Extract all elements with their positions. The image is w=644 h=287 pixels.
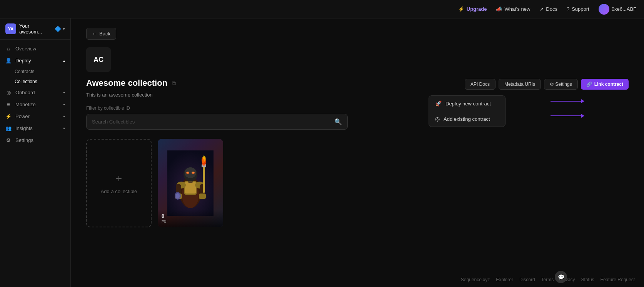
chevron-down-icon-monetize: ▾ xyxy=(63,102,65,107)
sidebar-item-contracts[interactable]: Contracts xyxy=(0,67,70,77)
chevron-down-icon[interactable]: ▾ xyxy=(63,26,65,32)
add-collectible-label: Add a collectible xyxy=(101,189,137,194)
footer-status-link[interactable]: Status xyxy=(581,277,594,282)
avatar xyxy=(599,4,609,15)
gear-icon: ⚙ xyxy=(550,82,554,87)
collection-title-row: Awesome collection ⧉ xyxy=(86,78,176,88)
insights-label: Insights xyxy=(15,125,33,131)
svg-point-25 xyxy=(176,193,180,199)
chevron-down-icon-power: ▾ xyxy=(63,114,65,118)
arrow-annotation-2 xyxy=(551,114,584,118)
onboard-icon: ◎ xyxy=(5,90,12,95)
add-existing-contract-label: Add existing contract xyxy=(444,116,490,122)
footer-sequence-link[interactable]: Sequence.xyz xyxy=(461,277,490,282)
workspace-header[interactable]: YA Your awesom... 🔷 ▾ xyxy=(0,18,70,40)
deploy-icon: 👤 xyxy=(5,58,12,63)
sidebar-item-deploy[interactable]: 👤 Deploy ▴ xyxy=(0,55,70,67)
svg-rect-18 xyxy=(203,166,205,193)
footer-explorer-link[interactable]: Explorer xyxy=(496,277,513,282)
support-button[interactable]: ? Support xyxy=(567,6,589,12)
docs-arrow-icon: ↗ xyxy=(539,6,544,12)
collectible-hash: #0 xyxy=(162,219,219,224)
collection-title: Awesome collection xyxy=(86,78,167,88)
footer-terms-link[interactable]: Terms xyxy=(541,277,554,282)
svg-rect-17 xyxy=(199,194,206,199)
settings-button[interactable]: ⚙ Settings xyxy=(544,79,578,90)
sidebar-item-collections[interactable]: Collections xyxy=(0,77,70,87)
workspace-name: Your awesom... xyxy=(19,23,52,35)
metadata-uris-button[interactable]: Metadata URIs xyxy=(499,79,541,90)
add-existing-contract-item[interactable]: ◎ Add existing contract xyxy=(429,111,505,127)
collection-icon: AC xyxy=(86,47,111,72)
workspace-initials: YA xyxy=(8,27,13,31)
workspace-avatar: YA xyxy=(5,23,16,34)
collections-label: Collections xyxy=(15,79,37,84)
power-icon: ⚡ xyxy=(5,113,12,119)
lightning-icon: ⚡ xyxy=(458,6,464,12)
add-collectible-card[interactable]: + Add a collectible xyxy=(86,139,152,227)
footer-feature-request-link[interactable]: Feature Request xyxy=(601,277,635,282)
docs-label: Docs xyxy=(546,6,557,12)
svg-rect-4 xyxy=(185,182,196,194)
footer-discord-link[interactable]: Discord xyxy=(519,277,535,282)
link-contract-button[interactable]: 🔗 Link contract xyxy=(581,79,629,90)
overview-label: Overview xyxy=(15,46,36,52)
sidebar: YA Your awesom... 🔷 ▾ ⌂ Overview 👤 Deplo… xyxy=(0,18,71,287)
settings-icon: ⚙ xyxy=(5,137,12,143)
wallet-address-button[interactable]: 0xe6...ABF xyxy=(599,4,636,15)
sidebar-item-settings[interactable]: ⚙ Settings xyxy=(0,134,70,146)
chat-bubble[interactable]: 💬 xyxy=(555,271,567,283)
collectible-card[interactable]: 0 #0 xyxy=(158,139,223,227)
dropdown-menu: 🚀 Deploy new contract ◎ Add existing con… xyxy=(429,95,506,127)
search-input[interactable] xyxy=(92,119,334,125)
whats-new-button[interactable]: 📣 What's new xyxy=(496,6,530,12)
collectibles-grid: + Add a collectible xyxy=(86,139,629,227)
copy-icon[interactable]: ⧉ xyxy=(172,80,176,87)
collectible-id: 0 xyxy=(162,213,219,219)
top-header: ⚡ Upgrade 📣 What's new ↗ Docs ? Support … xyxy=(0,0,644,18)
svg-point-10 xyxy=(187,172,189,174)
upgrade-label: Upgrade xyxy=(467,6,487,12)
collection-actions: API Docs Metadata URIs ⚙ Settings 🔗 Link… xyxy=(465,79,629,90)
back-arrow-icon: ← xyxy=(92,31,97,37)
search-icon: 🔍 xyxy=(334,118,342,125)
collection-header-row: Awesome collection ⧉ API Docs Metadata U… xyxy=(86,78,629,90)
sidebar-item-overview[interactable]: ⌂ Overview xyxy=(0,43,70,55)
sidebar-item-insights[interactable]: 👥 Insights ▾ xyxy=(0,122,70,134)
search-box: 🔍 xyxy=(86,114,348,130)
upgrade-button[interactable]: ⚡ Upgrade xyxy=(458,6,487,12)
chevron-down-icon-insights: ▾ xyxy=(63,126,65,130)
chevron-down-icon-onboard: ▾ xyxy=(63,90,65,95)
sidebar-item-power[interactable]: ⚡ Power ▾ xyxy=(0,110,70,122)
home-icon: ⌂ xyxy=(5,46,12,52)
back-button[interactable]: ← Back xyxy=(86,28,116,40)
onboard-label: Onboard xyxy=(15,90,35,95)
back-label: Back xyxy=(99,31,110,37)
deploy-new-contract-item[interactable]: 🚀 Deploy new contract xyxy=(429,96,505,111)
filter-label: Filter by collectible ID xyxy=(86,105,629,111)
nav-section: ⌂ Overview 👤 Deploy ▴ Contracts Collecti… xyxy=(0,40,70,149)
link-contract-label: Link contract xyxy=(594,82,623,87)
wallet-address: 0xe6...ABF xyxy=(612,6,636,12)
arrow-annotation-1 xyxy=(551,99,584,103)
settings-label: Settings xyxy=(15,137,33,143)
workspace-icons: 🔷 ▾ xyxy=(55,26,65,32)
ring-icon: ◎ xyxy=(435,116,440,122)
sidebar-item-monetize[interactable]: ≡ Monetize ▾ xyxy=(0,98,70,110)
chevron-up-icon: ▴ xyxy=(63,58,65,63)
badge-icon: 🔷 xyxy=(55,26,61,32)
sidebar-item-onboard[interactable]: ◎ Onboard ▾ xyxy=(0,87,70,98)
whats-new-label: What's new xyxy=(504,6,530,12)
docs-button[interactable]: ↗ Docs xyxy=(539,6,557,12)
monetize-label: Monetize xyxy=(15,102,36,107)
contracts-label: Contracts xyxy=(15,69,34,74)
api-docs-button[interactable]: API Docs xyxy=(465,79,496,90)
collection-description: This is an awesome collection xyxy=(86,92,629,98)
collectible-overlay: 0 #0 xyxy=(158,209,223,227)
svg-point-23 xyxy=(203,155,205,159)
plus-icon: + xyxy=(116,172,122,185)
rocket-icon: 🚀 xyxy=(435,100,442,107)
power-label: Power xyxy=(15,113,30,119)
support-icon: ? xyxy=(567,6,569,12)
warrior-svg xyxy=(167,150,214,216)
